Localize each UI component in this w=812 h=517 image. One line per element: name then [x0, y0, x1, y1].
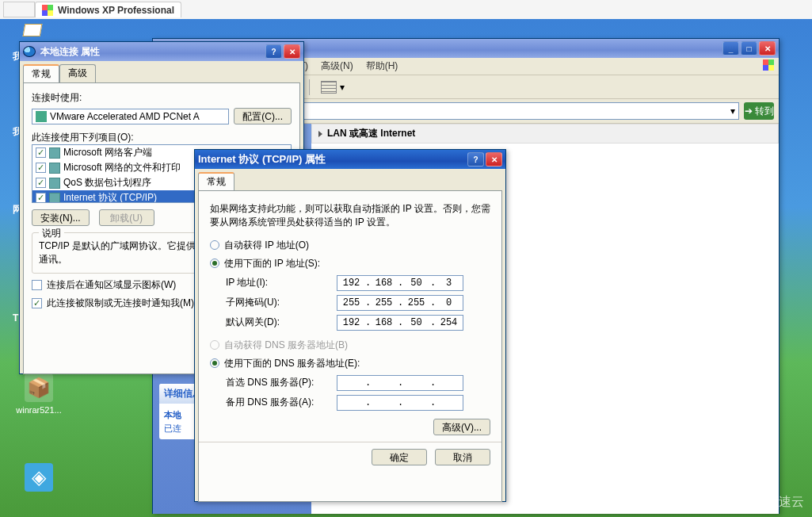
- watermark-text: 亿速云: [766, 494, 804, 511]
- chevron-right-icon: [318, 131, 322, 137]
- radio-auto-ip[interactable]: [210, 240, 219, 250]
- dns-preferred-field[interactable]: ...: [337, 375, 463, 391]
- props-titlebar[interactable]: 本地连接 属性 ? ✕: [20, 42, 303, 61]
- throbber-icon: [763, 59, 774, 71]
- desktop-icon-winrar[interactable]: 📦 winrar521...: [11, 373, 67, 415]
- section-header[interactable]: LAN 或高速 Internet: [311, 124, 779, 144]
- vm-tab[interactable]: Windows XP Professional: [35, 2, 181, 17]
- dns2-label: 备用 DNS 服务器(A):: [226, 396, 337, 409]
- client-icon: [49, 147, 60, 159]
- props-close-button[interactable]: ✕: [284, 44, 300, 59]
- dns-alternate-field[interactable]: ...: [337, 395, 463, 411]
- windows-flag-icon: [42, 5, 53, 16]
- props-help-button[interactable]: ?: [265, 44, 282, 59]
- tcpip-titlebar[interactable]: Internet 协议 (TCP/IP) 属性 ? ✕: [195, 150, 505, 169]
- checkbox-icon[interactable]: ✓: [36, 193, 46, 203]
- menu-advanced[interactable]: 高级(N): [321, 59, 353, 73]
- go-arrow-icon: ➔: [745, 105, 753, 117]
- cube-icon: ◈: [25, 463, 53, 492]
- checkbox-notify[interactable]: [32, 280, 42, 290]
- checkbox-icon[interactable]: ✓: [36, 163, 46, 173]
- go-button[interactable]: ➔ 转到: [744, 102, 774, 120]
- radio-auto-ip-row[interactable]: 自动获得 IP 地址(O): [210, 239, 490, 252]
- radio-auto-dns-label: 自动获得 DNS 服务器地址(B): [224, 339, 348, 352]
- radio-manual-dns[interactable]: [210, 358, 219, 368]
- qos-icon: [49, 178, 60, 189]
- explorer-close-button[interactable]: ✕: [759, 41, 776, 56]
- tcpip-advanced-button[interactable]: 高级(V)...: [433, 419, 490, 435]
- tcpip-close-button[interactable]: ✕: [486, 152, 502, 167]
- network-icon: [23, 46, 36, 57]
- toolbar-view[interactable]: ▾: [318, 79, 348, 95]
- checkbox-limited[interactable]: ✓: [32, 298, 42, 308]
- connect-using-label: 连接时使用:: [32, 91, 292, 105]
- tcpip-properties-dialog: Internet 协议 (TCP/IP) 属性 ? ✕ 常规 如果网络支持此功能…: [194, 149, 506, 502]
- tcpip-tab-general[interactable]: 常规: [198, 172, 234, 190]
- description-title: 说明: [39, 227, 64, 240]
- checkbox-limited-label: 此连接被限制或无连接时通知我(M): [47, 297, 194, 310]
- tcpip-title: Internet 协议 (TCP/IP) 属性: [198, 152, 467, 167]
- dns1-label: 首选 DNS 服务器(P):: [226, 376, 337, 389]
- cancel-button[interactable]: 取消: [435, 449, 490, 465]
- section-label: LAN 或高速 Internet: [327, 127, 415, 140]
- tcpip-help-button[interactable]: ?: [467, 152, 484, 167]
- tcpip-tabs: 常规: [195, 169, 505, 190]
- vm-tab-label: Windows XP Professional: [58, 5, 174, 16]
- ok-button[interactable]: 确定: [372, 449, 427, 465]
- winrar-label: winrar521...: [11, 405, 67, 415]
- ip-address-field[interactable]: 192.168.50.3: [337, 275, 463, 291]
- gateway-label: 默认网关(D):: [226, 316, 337, 329]
- props-tabs: 常规 高级: [20, 61, 303, 82]
- props-title: 本地连接 属性: [40, 45, 265, 59]
- configure-button[interactable]: 配置(C)...: [234, 108, 292, 124]
- desktop-icon-app[interactable]: ◈: [11, 463, 67, 495]
- checkbox-icon[interactable]: ✓: [36, 147, 46, 158]
- ip-label: IP 地址(I):: [226, 276, 337, 289]
- tab-general[interactable]: 常规: [23, 64, 59, 82]
- watermark: 亿速云: [745, 494, 804, 511]
- checkbox-notify-label: 连接后在通知区域显示图标(W): [47, 278, 176, 292]
- go-label: 转到: [755, 105, 774, 118]
- install-button[interactable]: 安装(N)...: [32, 209, 90, 226]
- radio-auto-dns: [210, 340, 219, 350]
- checkbox-icon[interactable]: ✓: [36, 178, 46, 188]
- protocol-icon: [49, 193, 60, 204]
- radio-auto-ip-label: 自动获得 IP 地址(O): [224, 239, 309, 252]
- view-icon: [321, 81, 337, 94]
- tcpip-description: 如果网络支持此功能，则可以获取自动指派的 IP 设置。否则，您需要从网络系统管理…: [210, 202, 490, 229]
- radio-manual-ip-row[interactable]: 使用下面的 IP 地址(S):: [210, 257, 490, 270]
- cloud-icon: [745, 497, 761, 508]
- explorer-maximize-button[interactable]: □: [741, 41, 757, 56]
- gateway-field[interactable]: 192.168.50.254: [337, 315, 463, 331]
- winrar-icon: 📦: [25, 373, 53, 402]
- uninstall-button: 卸载(U): [99, 209, 154, 226]
- radio-auto-dns-row: 自动获得 DNS 服务器地址(B): [210, 339, 490, 352]
- adapter-field[interactable]: VMware Accelerated AMD PCNet A: [32, 109, 229, 124]
- items-label: 此连接使用下列项目(O):: [32, 131, 292, 144]
- adapter-name: VMware Accelerated AMD PCNet A: [50, 111, 200, 122]
- service-icon: [49, 163, 60, 174]
- subnet-mask-field[interactable]: 255.255.255.0: [337, 295, 463, 311]
- menu-help[interactable]: 帮助(H): [366, 59, 398, 73]
- mail-icon[interactable]: [24, 24, 41, 39]
- adapter-icon: [36, 111, 47, 122]
- explorer-minimize-button[interactable]: _: [722, 41, 739, 56]
- prev-tab[interactable]: [3, 2, 35, 17]
- tab-advanced[interactable]: 高级: [59, 64, 96, 82]
- radio-manual-ip[interactable]: [210, 258, 219, 268]
- vm-tab-strip: Windows XP Professional: [0, 0, 812, 19]
- radio-manual-dns-label: 使用下面的 DNS 服务器地址(E):: [224, 357, 360, 370]
- radio-manual-ip-label: 使用下面的 IP 地址(S):: [224, 257, 320, 270]
- radio-manual-dns-row[interactable]: 使用下面的 DNS 服务器地址(E):: [210, 357, 490, 370]
- subnet-label: 子网掩码(U):: [226, 296, 337, 309]
